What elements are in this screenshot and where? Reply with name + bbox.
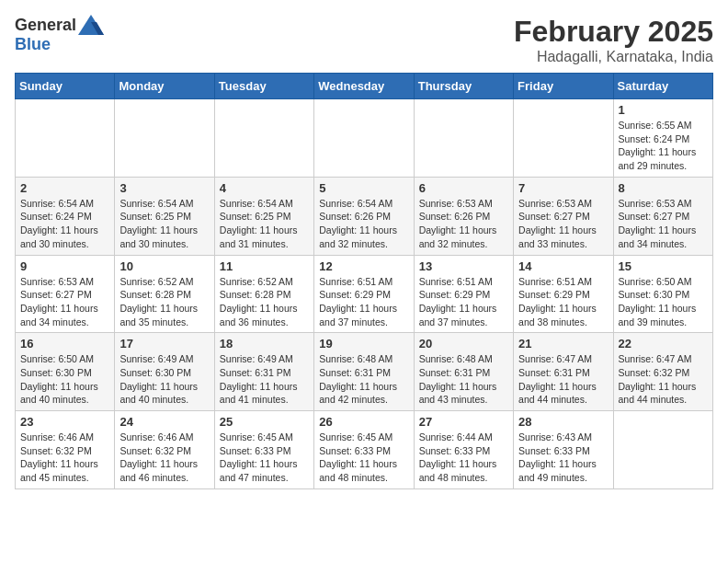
day-number: 28 [518,415,608,429]
day-info: Sunrise: 6:50 AM Sunset: 6:30 PM Dayligh… [619,275,708,329]
calendar-cell: 19Sunrise: 6:48 AM Sunset: 6:31 PM Dayli… [314,333,414,411]
day-number: 5 [319,181,408,195]
day-info: Sunrise: 6:55 AM Sunset: 6:24 PM Dayligh… [619,119,708,173]
day-number: 15 [619,259,708,273]
calendar-cell: 7Sunrise: 6:53 AM Sunset: 6:27 PM Daylig… [514,177,613,255]
calendar-cell: 14Sunrise: 6:51 AM Sunset: 6:29 PM Dayli… [514,255,613,333]
calendar-cell: 2Sunrise: 6:54 AM Sunset: 6:24 PM Daylig… [16,177,115,255]
day-number: 17 [119,337,209,350]
calendar-cell: 24Sunrise: 6:46 AM Sunset: 6:32 PM Dayli… [115,411,214,489]
day-number: 10 [119,259,209,273]
calendar-cell: 23Sunrise: 6:46 AM Sunset: 6:32 PM Dayli… [16,411,115,489]
day-number: 2 [20,181,109,195]
day-info: Sunrise: 6:53 AM Sunset: 6:27 PM Dayligh… [20,275,109,329]
calendar-cell [414,99,513,178]
day-number: 14 [518,259,608,273]
calendar-cell [514,99,613,178]
day-number: 4 [220,181,309,195]
calendar-cell: 12Sunrise: 6:51 AM Sunset: 6:29 PM Dayli… [314,255,414,333]
calendar-header-row: SundayMondayTuesdayWednesdayThursdayFrid… [16,74,713,99]
calendar-cell [314,99,414,178]
location-title: Hadagalli, Karnataka, India [514,49,713,65]
calendar-week-2: 2Sunrise: 6:54 AM Sunset: 6:24 PM Daylig… [16,177,713,255]
day-info: Sunrise: 6:43 AM Sunset: 6:33 PM Dayligh… [518,431,608,485]
day-info: Sunrise: 6:48 AM Sunset: 6:31 PM Dayligh… [419,352,508,407]
logo-blue: Blue [15,35,51,54]
day-number: 3 [119,181,209,195]
calendar-cell: 10Sunrise: 6:52 AM Sunset: 6:28 PM Dayli… [115,255,214,333]
day-info: Sunrise: 6:45 AM Sunset: 6:33 PM Dayligh… [220,431,309,485]
calendar-cell [16,99,115,178]
logo-general: General [15,16,76,35]
day-number: 12 [319,259,408,273]
calendar-cell: 3Sunrise: 6:54 AM Sunset: 6:25 PM Daylig… [115,177,214,255]
day-info: Sunrise: 6:50 AM Sunset: 6:30 PM Dayligh… [20,352,109,407]
calendar: SundayMondayTuesdayWednesdayThursdayFrid… [15,73,713,489]
calendar-cell: 28Sunrise: 6:43 AM Sunset: 6:33 PM Dayli… [514,411,613,489]
day-number: 9 [20,259,109,273]
day-info: Sunrise: 6:54 AM Sunset: 6:24 PM Dayligh… [20,197,109,251]
day-number: 24 [119,415,209,429]
day-number: 27 [419,415,508,429]
day-number: 1 [619,103,708,117]
calendar-cell: 5Sunrise: 6:54 AM Sunset: 6:26 PM Daylig… [314,177,414,255]
calendar-cell [613,411,712,489]
day-info: Sunrise: 6:52 AM Sunset: 6:28 PM Dayligh… [220,275,309,329]
day-info: Sunrise: 6:47 AM Sunset: 6:32 PM Dayligh… [619,352,708,407]
calendar-cell: 15Sunrise: 6:50 AM Sunset: 6:30 PM Dayli… [613,255,712,333]
day-number: 19 [319,337,408,350]
day-number: 21 [518,337,608,350]
day-number: 18 [220,337,309,350]
calendar-cell: 22Sunrise: 6:47 AM Sunset: 6:32 PM Dayli… [613,333,712,411]
calendar-cell [214,99,313,178]
calendar-header-friday: Friday [514,74,613,99]
calendar-cell: 27Sunrise: 6:44 AM Sunset: 6:33 PM Dayli… [414,411,513,489]
calendar-week-5: 23Sunrise: 6:46 AM Sunset: 6:32 PM Dayli… [16,411,713,489]
day-info: Sunrise: 6:54 AM Sunset: 6:26 PM Dayligh… [319,197,408,251]
page-header: General Blue February 2025 Hadagalli, Ka… [15,15,713,65]
day-info: Sunrise: 6:48 AM Sunset: 6:31 PM Dayligh… [319,352,408,407]
calendar-cell: 17Sunrise: 6:49 AM Sunset: 6:30 PM Dayli… [115,333,214,411]
calendar-week-3: 9Sunrise: 6:53 AM Sunset: 6:27 PM Daylig… [16,255,713,333]
day-info: Sunrise: 6:54 AM Sunset: 6:25 PM Dayligh… [119,197,209,251]
day-info: Sunrise: 6:51 AM Sunset: 6:29 PM Dayligh… [518,275,608,329]
day-number: 26 [319,415,408,429]
day-info: Sunrise: 6:45 AM Sunset: 6:33 PM Dayligh… [319,431,408,485]
day-info: Sunrise: 6:53 AM Sunset: 6:26 PM Dayligh… [419,197,508,251]
calendar-cell: 8Sunrise: 6:53 AM Sunset: 6:27 PM Daylig… [613,177,712,255]
calendar-cell: 6Sunrise: 6:53 AM Sunset: 6:26 PM Daylig… [414,177,513,255]
calendar-cell [115,99,214,178]
day-info: Sunrise: 6:53 AM Sunset: 6:27 PM Dayligh… [518,197,608,251]
day-info: Sunrise: 6:51 AM Sunset: 6:29 PM Dayligh… [419,275,508,329]
calendar-cell: 26Sunrise: 6:45 AM Sunset: 6:33 PM Dayli… [314,411,414,489]
day-number: 23 [20,415,109,429]
logo-icon [78,15,104,35]
calendar-header-wednesday: Wednesday [314,74,414,99]
calendar-header-saturday: Saturday [613,74,712,99]
day-number: 7 [518,181,608,195]
day-number: 6 [419,181,508,195]
day-number: 11 [220,259,309,273]
calendar-cell: 4Sunrise: 6:54 AM Sunset: 6:25 PM Daylig… [214,177,313,255]
day-info: Sunrise: 6:46 AM Sunset: 6:32 PM Dayligh… [20,431,109,485]
day-info: Sunrise: 6:54 AM Sunset: 6:25 PM Dayligh… [220,197,309,251]
calendar-cell: 16Sunrise: 6:50 AM Sunset: 6:30 PM Dayli… [16,333,115,411]
day-info: Sunrise: 6:46 AM Sunset: 6:32 PM Dayligh… [119,431,209,485]
day-info: Sunrise: 6:47 AM Sunset: 6:31 PM Dayligh… [518,352,608,407]
day-number: 16 [20,337,109,350]
month-title: February 2025 [514,15,713,49]
title-block: February 2025 Hadagalli, Karnataka, Indi… [514,15,713,65]
day-number: 25 [220,415,309,429]
calendar-header-monday: Monday [115,74,214,99]
calendar-header-thursday: Thursday [414,74,513,99]
day-info: Sunrise: 6:52 AM Sunset: 6:28 PM Dayligh… [119,275,209,329]
day-info: Sunrise: 6:53 AM Sunset: 6:27 PM Dayligh… [619,197,708,251]
day-number: 13 [419,259,508,273]
calendar-cell: 25Sunrise: 6:45 AM Sunset: 6:33 PM Dayli… [214,411,313,489]
day-info: Sunrise: 6:44 AM Sunset: 6:33 PM Dayligh… [419,431,508,485]
day-number: 22 [619,337,708,350]
day-number: 20 [419,337,508,350]
calendar-cell: 18Sunrise: 6:49 AM Sunset: 6:31 PM Dayli… [214,333,313,411]
calendar-cell: 11Sunrise: 6:52 AM Sunset: 6:28 PM Dayli… [214,255,313,333]
calendar-cell: 13Sunrise: 6:51 AM Sunset: 6:29 PM Dayli… [414,255,513,333]
